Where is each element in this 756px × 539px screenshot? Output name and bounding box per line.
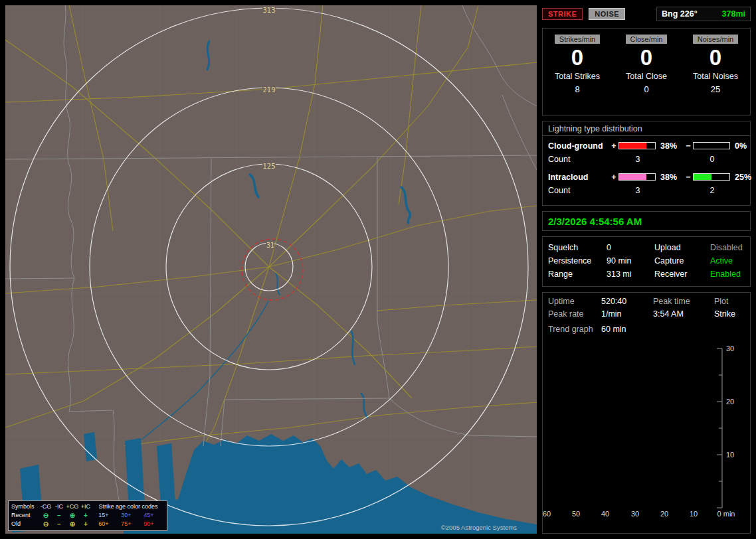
copyright-text: ©2005 Astrogenic Systems bbox=[441, 524, 517, 531]
close-per-min-value: 0 bbox=[640, 45, 652, 70]
lightning-map: 313 219 125 31 Symbols -CG -IC +CG +IC S… bbox=[5, 5, 537, 534]
receiver-status: Enabled bbox=[710, 270, 745, 279]
y-tick: 10 bbox=[726, 451, 734, 459]
bearing-distance: 378mi bbox=[722, 9, 745, 19]
squelch-value: 0 bbox=[607, 243, 654, 252]
legend-row-label: Recent bbox=[11, 511, 39, 520]
cg-plus-count: 3 bbox=[618, 155, 657, 164]
noise-indicator-button[interactable]: NOISE bbox=[589, 8, 625, 20]
ic-minus-recent-icon: − bbox=[52, 511, 66, 520]
plus-sign: + bbox=[609, 141, 618, 151]
lightning-tracker-window: 313 219 125 31 Symbols -CG -IC +CG +IC S… bbox=[0, 0, 756, 539]
cg-plus-percent: 38% bbox=[657, 141, 684, 151]
cg-minus-recent-icon: ⊖ bbox=[39, 511, 52, 520]
total-close-label: Total Close bbox=[626, 72, 667, 81]
intracloud-row: Intracloud + 38% − 25% bbox=[543, 170, 750, 184]
age-code: 45+ bbox=[138, 511, 160, 520]
range-label: 31 bbox=[266, 242, 275, 249]
ic-minus-count: 2 bbox=[693, 186, 731, 195]
age-code: 90+ bbox=[138, 520, 160, 528]
peak-rate-label: Peak rate bbox=[548, 309, 601, 319]
cg-plus-old-icon: ⊕ bbox=[66, 520, 79, 528]
trend-tick-labels: 30 20 10 60 50 40 30 20 10 0 min bbox=[543, 345, 735, 518]
range-label: 313 bbox=[262, 7, 275, 14]
total-strikes-label: Total Strikes bbox=[555, 72, 600, 81]
upload-label: Upload bbox=[654, 243, 710, 252]
distribution-box: Lightning type distribution Cloud-ground… bbox=[542, 121, 751, 206]
legend-symbols-header: Symbols bbox=[11, 502, 39, 511]
trend-graph: 30 20 10 60 50 40 30 20 10 0 min bbox=[543, 342, 741, 520]
receiver-label: Receiver bbox=[654, 270, 710, 279]
total-strikes-value: 8 bbox=[575, 84, 579, 94]
x-tick: 50 bbox=[572, 510, 580, 518]
cg-minus-percent: 0% bbox=[731, 141, 756, 151]
distribution-title: Lightning type distribution bbox=[543, 121, 750, 136]
total-noises-label: Total Noises bbox=[693, 72, 738, 81]
count-label: Count bbox=[548, 186, 609, 195]
plus-sign: + bbox=[609, 173, 618, 182]
persistence-label: Persistence bbox=[548, 256, 607, 266]
x-tick: 20 bbox=[660, 510, 668, 518]
ic-plus-old-icon: + bbox=[79, 520, 92, 528]
settings-box: Squelch 0 Upload Disabled Persistence 90… bbox=[542, 236, 751, 287]
map-svg: 313 219 125 31 bbox=[5, 5, 537, 534]
age-code: 30+ bbox=[115, 511, 138, 520]
rates-box: Strikes/min 0 Total Strikes 8 Close/min … bbox=[542, 28, 751, 116]
settings-row: Range 313 mi Receiver Enabled bbox=[543, 268, 750, 281]
x-tick: 40 bbox=[601, 510, 609, 518]
ic-minus-percent: 25% bbox=[731, 173, 756, 182]
range-label: 219 bbox=[262, 86, 275, 94]
range-label: Range bbox=[548, 270, 607, 279]
trend-graph-label: Trend graph bbox=[548, 325, 601, 334]
range-value: 313 mi bbox=[607, 270, 654, 279]
ic-plus-percent: 38% bbox=[657, 173, 684, 182]
noises-per-min-label: Noises/min bbox=[693, 35, 738, 44]
uptime-label: Uptime bbox=[548, 297, 601, 306]
status-panel: STRIKE NOISE Bng 226° 378mi Strikes/min … bbox=[542, 5, 751, 534]
legend-col: +IC bbox=[79, 502, 92, 511]
trend-setting-row: Trend graph 60 min bbox=[543, 325, 750, 334]
close-per-min-column: Close/min 0 Total Close 0 bbox=[612, 35, 681, 115]
x-tick: 10 bbox=[690, 510, 698, 518]
peak-time-label: Peak time bbox=[653, 297, 714, 306]
legend-col: +CG bbox=[66, 502, 79, 511]
minus-sign: − bbox=[684, 141, 693, 151]
total-noises-value: 25 bbox=[711, 84, 720, 94]
strikes-per-min-value: 0 bbox=[571, 45, 583, 70]
close-per-min-label: Close/min bbox=[626, 35, 668, 44]
noises-per-min-value: 0 bbox=[709, 45, 721, 70]
intracloud-label: Intracloud bbox=[548, 173, 609, 182]
strike-indicator-button[interactable]: STRIKE bbox=[542, 8, 583, 20]
trend-axis bbox=[717, 348, 722, 508]
cloud-ground-label: Cloud-ground bbox=[548, 141, 609, 151]
cg-minus-bar bbox=[693, 142, 730, 149]
cloud-ground-row: Cloud-ground + 38% − 0% bbox=[543, 139, 750, 153]
x-end-label: 0 min bbox=[717, 510, 735, 518]
legend-col: -CG bbox=[39, 502, 52, 511]
squelch-label: Squelch bbox=[548, 243, 607, 252]
peak-rate-value: 1/min bbox=[601, 309, 653, 319]
settings-row: Persistence 90 min Capture Active bbox=[543, 254, 750, 268]
plot-label: Plot bbox=[714, 297, 745, 306]
bearing-display: Bng 226° 378mi bbox=[656, 7, 751, 21]
range-label: 125 bbox=[262, 163, 275, 170]
legend-age-header: Strike age color codes bbox=[92, 502, 164, 511]
uptime-value: 520:40 bbox=[601, 297, 653, 306]
noises-per-min-column: Noises/min 0 Total Noises 25 bbox=[681, 35, 750, 115]
settings-row: Squelch 0 Upload Disabled bbox=[543, 241, 750, 254]
ic-plus-bar bbox=[618, 173, 656, 181]
strikes-per-min-column: Strikes/min 0 Total Strikes 8 bbox=[543, 35, 612, 115]
intracloud-count-row: Count 3 2 bbox=[543, 184, 750, 196]
capture-status: Active bbox=[710, 256, 745, 266]
age-code: 60+ bbox=[92, 520, 115, 528]
ic-minus-old-icon: − bbox=[52, 520, 66, 528]
upload-status: Disabled bbox=[710, 243, 745, 252]
age-code: 15+ bbox=[92, 511, 115, 520]
strikes-per-min-label: Strikes/min bbox=[555, 35, 600, 44]
cg-minus-count: 0 bbox=[693, 155, 731, 164]
persistence-value: 90 min bbox=[607, 256, 654, 266]
ic-minus-bar bbox=[693, 173, 730, 181]
peak-time-value: 3:54 AM bbox=[653, 309, 714, 319]
x-tick: 60 bbox=[543, 510, 551, 518]
cloud-ground-count-row: Count 3 0 bbox=[543, 153, 750, 165]
